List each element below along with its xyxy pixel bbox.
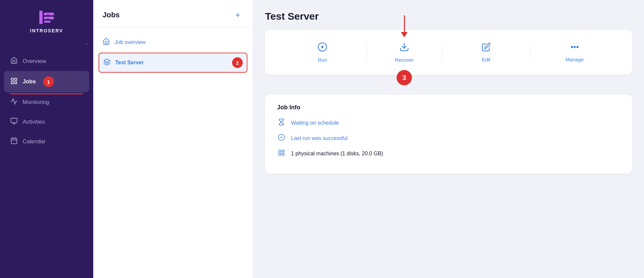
sidebar-item-monitoring[interactable]: Monitoring: [0, 92, 93, 112]
svg-marker-17: [104, 59, 110, 62]
svg-rect-28: [282, 153, 284, 155]
info-row-schedule: Waiting on schedule: [277, 118, 620, 128]
jobs-header: Jobs +: [93, 0, 253, 28]
job-item-label: Job overview: [115, 39, 146, 45]
svg-marker-19: [322, 45, 324, 49]
edit-label: Edit: [482, 57, 490, 62]
svg-rect-26: [282, 150, 284, 152]
svg-rect-5: [47, 18, 49, 19]
job-item-label: Test Server: [115, 60, 144, 66]
cube-icon: [277, 149, 286, 158]
svg-rect-9: [15, 81, 17, 83]
jobs-panel-title: Jobs: [103, 11, 120, 19]
test-server-badge: 2: [232, 57, 243, 68]
activities-icon: [10, 117, 18, 126]
sidebar-item-label: Jobs: [23, 78, 36, 85]
calendar-icon: [10, 137, 18, 146]
recover-button[interactable]: Recover: [367, 39, 442, 65]
svg-point-22: [574, 46, 575, 48]
svg-rect-8: [11, 81, 13, 83]
last-run-label: Last run was successful: [291, 135, 348, 141]
sidebar-item-overview[interactable]: Overview: [0, 51, 93, 71]
layers-icon: [103, 58, 111, 67]
page-title: Test Server: [265, 11, 632, 22]
home-icon: [10, 57, 18, 66]
job-item-overview[interactable]: Job overview: [93, 33, 253, 51]
run-button[interactable]: Run: [278, 39, 367, 65]
schedule-label: Waiting on schedule: [291, 120, 339, 126]
manage-icon: [570, 42, 579, 54]
action-card: Run 3 Recover: [265, 30, 632, 75]
sidebar-item-label: Calendar: [23, 138, 46, 145]
jobs-list: Job overview Test Server 2: [93, 28, 253, 79]
overview-icon: [103, 38, 110, 47]
job-info-card: Job Info Waiting on schedule La: [265, 95, 632, 174]
recover-label: Recover: [395, 57, 414, 63]
svg-rect-6: [11, 78, 13, 80]
svg-rect-27: [279, 153, 281, 155]
arrow-head: [401, 32, 408, 37]
sidebar: INTROSERV ⌐ Overview: [0, 0, 93, 278]
job-item-test-server[interactable]: Test Server 2: [99, 53, 247, 73]
sidebar-item-jobs[interactable]: Jobs 1: [4, 71, 89, 92]
svg-rect-13: [11, 138, 17, 144]
machines-label: 1 physical machines (1 disks, 20.0 GB): [291, 151, 383, 157]
svg-point-21: [571, 46, 573, 48]
jobs-icon: [10, 77, 18, 86]
run-icon: [317, 42, 327, 54]
annotation-badge-3: 3: [397, 70, 412, 85]
manage-button[interactable]: Manage: [530, 40, 619, 65]
svg-rect-25: [279, 150, 281, 152]
sidebar-item-label: Overview: [23, 58, 46, 65]
svg-rect-4: [47, 14, 49, 15]
monitoring-icon: [10, 98, 18, 107]
info-row-last-run: Last run was successful: [277, 134, 620, 143]
manage-label: Manage: [566, 57, 584, 62]
info-row-machines: 1 physical machines (1 disks, 20.0 GB): [277, 149, 620, 158]
logo-container: INTROSERV: [0, 0, 93, 40]
jobs-panel: Jobs + Job overview Test Server: [93, 0, 253, 278]
recover-icon: [399, 42, 409, 54]
recover-arrow-annotation: [401, 15, 408, 37]
run-label: Run: [318, 57, 327, 63]
hourglass-icon: [277, 118, 286, 128]
sidebar-item-label: Activities: [23, 119, 45, 125]
sidebar-item-label: Monitoring: [23, 99, 49, 106]
logo-icon: [37, 9, 57, 25]
arrow-shaft: [404, 15, 405, 32]
jobs-badge: 1: [43, 76, 54, 87]
svg-rect-0: [39, 11, 43, 24]
add-job-button[interactable]: +: [232, 9, 243, 21]
svg-rect-10: [11, 118, 17, 123]
check-circle-icon: [277, 134, 286, 143]
brand-name: INTROSERV: [30, 28, 63, 33]
job-info-title: Job Info: [277, 104, 620, 111]
sidebar-item-activities[interactable]: Activities: [0, 112, 93, 132]
edit-button[interactable]: Edit: [442, 40, 530, 65]
edit-icon: [482, 42, 491, 54]
nav-menu: Overview Jobs 1 Monitoring: [0, 49, 93, 278]
svg-rect-7: [15, 78, 17, 80]
collapse-indicator: ⌐: [0, 40, 93, 49]
sidebar-item-calendar[interactable]: Calendar: [0, 132, 93, 151]
svg-rect-3: [44, 21, 51, 23]
svg-point-23: [577, 46, 578, 48]
main-content: Test Server Run 3: [253, 0, 644, 278]
